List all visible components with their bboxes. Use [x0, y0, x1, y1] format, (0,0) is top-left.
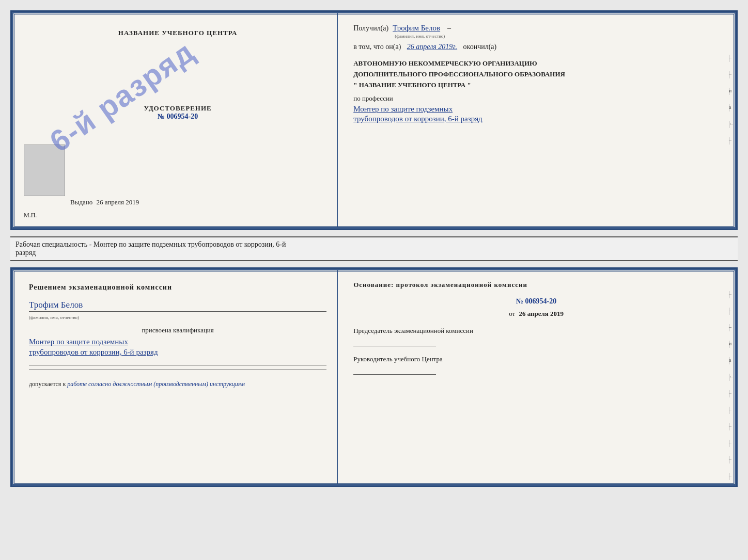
cert-bottom-right: Основание: протокол экзаменационной коми… [338, 270, 735, 484]
side-line-3: и [729, 88, 729, 95]
osnov-title: Основание: протокол экзаменационной коми… [353, 281, 719, 289]
org-block: АВТОНОМНУЮ НЕКОММЕРЧЕСКУЮ ОРГАНИЗАЦИЮ ДО… [353, 58, 719, 90]
ruk-label: Руководитель учебного Центра [353, 355, 719, 364]
side-line-4: а [729, 104, 729, 111]
side-line-b2: – [729, 308, 729, 315]
bottom-rule-1 [29, 365, 326, 365]
protocol-number: № 006954-20 [353, 297, 719, 306]
side-line-b12: – [729, 473, 729, 480]
vydano-label: Выдано [70, 198, 92, 206]
dopuskaetsya-label: допускается к [29, 380, 66, 388]
side-line-b9: – [729, 423, 729, 430]
side-line-b6: ← [729, 374, 729, 381]
dopuskaetsya-block: допускается к работе согласно должностны… [29, 380, 326, 388]
side-line-b8: – [729, 407, 729, 414]
side-line-5: ← [729, 121, 729, 128]
stamp-text: 6-й разряд [43, 34, 200, 158]
profession-line1: Монтер по защите подземных [353, 105, 719, 114]
middle-line2: разряд [15, 249, 36, 257]
finished-label: окончил(а) [463, 43, 497, 51]
page-wrapper: НАЗВАНИЕ УЧЕБНОГО ЦЕНТРА 6-й разряд УДОС… [10, 10, 738, 487]
date-line: в том, что он(а) 26 апреля 2019г. окончи… [353, 43, 719, 51]
assigned-label: присвоена квалификация [29, 326, 326, 334]
profession-label: по профессии [353, 94, 719, 103]
cert-top-right: Получил(а) Трофим Белов – (фамилия, имя,… [338, 13, 735, 227]
cert-top-wrapper: НАЗВАНИЕ УЧЕБНОГО ЦЕНТРА 6-й разряд УДОС… [10, 10, 738, 230]
cert-top-left: НАЗВАНИЕ УЧЕБНОГО ЦЕНТРА 6-й разряд УДОС… [13, 13, 338, 227]
name-underline [29, 311, 326, 312]
side-line-6: – [729, 137, 729, 145]
side-line-b11: – [729, 456, 729, 463]
cert-bottom: Решением экзаменационной комиссии Трофим… [12, 269, 736, 486]
qualification-line1: Монтер по защите подземных [29, 338, 326, 346]
from-date-val: 26 апреля 2019 [519, 310, 564, 317]
person-name-top: Трофим Белов [393, 24, 440, 33]
dash1: – [447, 24, 451, 33]
middle-line1: Рабочая специальность - Монтер по защите… [15, 241, 286, 248]
cert-bottom-wrapper: Решением экзаменационной комиссии Трофим… [10, 267, 738, 487]
profession-line2: трубопроводов от коррозии, 6-й разряд [353, 115, 719, 123]
side-line-b4: и [729, 341, 729, 348]
side-line-b10: – [729, 440, 729, 447]
bottom-lines [29, 365, 326, 370]
komissia-title: Решением экзаменационной комиссии [29, 283, 326, 292]
fio-sublabel-top: (фамилия, имя, отчество) [353, 34, 719, 39]
qualification-line2: трубопроводов от коррозии, 6-й разряд [29, 348, 326, 357]
cert-bottom-left: Решением экзаменационной комиссии Трофим… [13, 270, 338, 484]
date-value: 26 апреля 2019г. [407, 43, 457, 51]
predsed-label: Председатель экзаменационной комиссии [353, 326, 719, 335]
bottom-rule-2 [29, 370, 326, 370]
from-date: от 26 апреля 2019 [353, 310, 719, 318]
middle-text: Рабочая специальность - Монтер по защите… [10, 236, 738, 261]
predsed-block: Председатель экзаменационной комиссии [353, 326, 719, 346]
right-side-lines-top: – – и а ← – [729, 55, 729, 145]
side-line-b3: – [729, 324, 729, 331]
date-prefix: в том, что он(а) [353, 43, 401, 51]
org-line2: ДОПОЛНИТЕЛЬНОГО ПРОФЕССИОНАЛЬНОГО ОБРАЗО… [353, 69, 719, 80]
from-prefix: от [509, 310, 515, 317]
received-label: Получил(а) [353, 24, 388, 33]
side-line-b1: – [729, 291, 729, 298]
fio-sublabel-bottom: (фамилия, имя, отчество) [29, 315, 79, 320]
org-line1: АВТОНОМНУЮ НЕКОММЕРЧЕСКУЮ ОРГАНИЗАЦИЮ [353, 58, 719, 69]
person-name-bottom: Трофим Белов [29, 300, 326, 310]
ruk-signature-line [353, 374, 436, 375]
org-line3: " НАЗВАНИЕ УЧЕБНОГО ЦЕНТРА " [353, 80, 719, 91]
received-line: Получил(а) Трофим Белов – (фамилия, имя,… [353, 24, 719, 39]
predsed-signature-line [353, 346, 436, 346]
ruk-block: Руководитель учебного Центра [353, 355, 719, 375]
side-line-2: – [729, 71, 729, 78]
vydano-date: 26 апреля 2019 [97, 198, 139, 206]
side-line-1: – [729, 55, 729, 62]
dopuskaetsya-val: работе согласно должностным (производств… [67, 380, 245, 388]
side-line-b5: а [729, 357, 729, 364]
cert-top: НАЗВАНИЕ УЧЕБНОГО ЦЕНТРА 6-й разряд УДОС… [12, 12, 736, 229]
right-side-lines-bottom: – – – и а ← – – – – – – [729, 291, 729, 480]
person-name-block-bottom: Трофим Белов (фамилия, имя, отчество) [29, 300, 326, 321]
mp-label: М.П. [24, 212, 37, 219]
vydano-line: Выдано 26 апреля 2019 [70, 198, 139, 206]
side-line-b7: – [729, 390, 729, 397]
